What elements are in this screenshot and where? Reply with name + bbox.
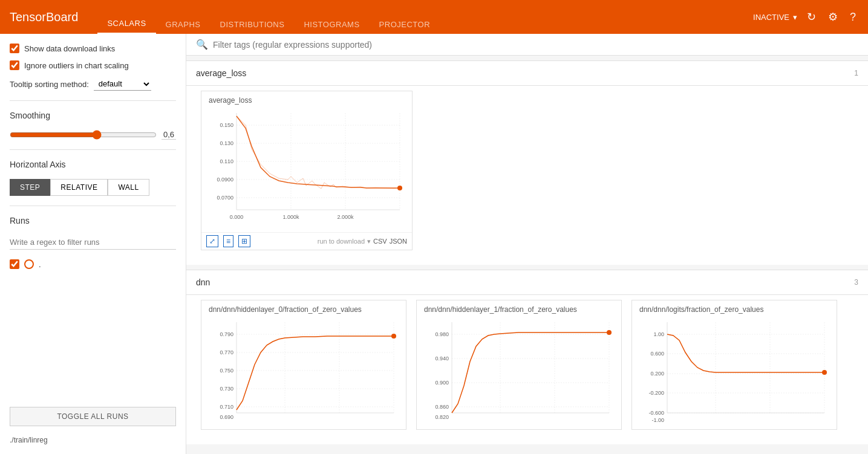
svg-text:0.690: 0.690 (220, 414, 233, 420)
svg-text:0.200: 0.200 (650, 371, 664, 377)
svg-text:0.820: 0.820 (435, 414, 449, 420)
average-loss-chart-title: average_loss (201, 91, 412, 107)
show-download-label: Show data download links (24, 44, 115, 53)
nav-histograms[interactable]: HISTOGRAMS (294, 0, 369, 34)
ignore-outliers-row: Ignore outliers in chart scaling (10, 60, 176, 70)
svg-point-50 (607, 330, 612, 335)
run-row: . (10, 259, 176, 269)
run-path: ./train/linreg (10, 436, 176, 444)
dropdown-icon[interactable]: ▾ (367, 238, 371, 245)
dnn-chart-2-title: dnn/dnn/logits/fraction_of_zero_values (632, 300, 837, 316)
svg-text:-0.200: -0.200 (648, 390, 664, 396)
main-layout: Show data download links Ignore outliers… (0, 34, 868, 454)
top-nav: SCALARS GRAPHS DISTRIBUTIONS HISTOGRAMS … (97, 0, 753, 34)
svg-text:1.00: 1.00 (653, 331, 664, 337)
divider-2 (10, 149, 176, 150)
run-dot-label: . (39, 260, 41, 269)
axis-relative-button[interactable]: RELATIVE (50, 179, 108, 196)
average-loss-chart-card: average_loss (201, 91, 413, 250)
main-content: 🔍 average_loss 1 average_loss (186, 34, 868, 454)
status-badge: INACTIVE ▾ (753, 13, 797, 22)
help-button[interactable]: ? (847, 8, 858, 26)
search-bar: 🔍 (186, 34, 868, 56)
svg-text:0.0900: 0.0900 (217, 177, 233, 183)
dnn-count: 3 (854, 278, 858, 287)
runs-label: Runs (10, 216, 176, 225)
axis-buttons: STEP RELATIVE WALL (10, 179, 176, 196)
chevron-down-icon[interactable]: ▾ (793, 13, 797, 22)
smoothing-value: 0,6 (162, 130, 176, 140)
show-download-checkbox[interactable] (10, 44, 19, 53)
svg-text:0.940: 0.940 (435, 355, 449, 362)
svg-text:0.860: 0.860 (435, 404, 449, 410)
svg-text:0.0700: 0.0700 (217, 195, 233, 201)
tooltip-row: Tooltip sorting method: default descendi… (10, 77, 176, 91)
dnn-chart-0-svg-area: 0.790 0.770 0.750 0.730 0.710 0.690 (201, 316, 406, 429)
svg-text:0.750: 0.750 (220, 368, 233, 374)
download-area: run to download ▾ CSV JSON (318, 238, 407, 245)
topbar-right: INACTIVE ▾ ↻ ⚙ ? (753, 8, 858, 26)
horizontal-axis-label: Horizontal Axis (10, 160, 176, 169)
json-link[interactable]: JSON (390, 238, 407, 245)
ignore-outliers-checkbox[interactable] (10, 60, 19, 70)
csv-link[interactable]: CSV (373, 238, 387, 245)
dnn-chart-1-title: dnn/dnn/hiddenlayer_1/fraction_of_zero_v… (417, 300, 621, 316)
runs-filter-input[interactable] (10, 235, 176, 250)
tooltip-label: Tooltip sorting method: (10, 80, 89, 89)
svg-text:0.600: 0.600 (650, 351, 664, 357)
expand-button[interactable]: ⤢ (206, 235, 218, 247)
svg-text:0.130: 0.130 (220, 140, 233, 146)
dnn-chart-1-svg: 0.980 0.940 0.900 0.860 0.820 (422, 316, 621, 425)
dnn-chart-1: dnn/dnn/hiddenlayer_1/fraction_of_zero_v… (416, 300, 622, 430)
download-label: run to download (318, 238, 365, 245)
svg-text:0.730: 0.730 (220, 386, 233, 392)
svg-text:0.790: 0.790 (220, 331, 233, 337)
svg-text:-0.600: -0.600 (648, 410, 664, 416)
average-loss-count: 1 (854, 69, 858, 77)
run-checkbox[interactable] (10, 259, 19, 269)
data-button[interactable]: ≡ (223, 235, 233, 247)
axis-wall-button[interactable]: WALL (108, 179, 149, 196)
sidebar: Show data download links Ignore outliers… (0, 34, 186, 454)
svg-text:0.000: 0.000 (230, 214, 244, 220)
smoothing-slider[interactable] (10, 130, 157, 140)
svg-point-67 (822, 370, 827, 375)
dnn-section-header: dnn 3 (186, 270, 868, 295)
divider-3 (10, 206, 176, 206)
average-loss-svg: 0.150 0.130 0.110 0.0900 0.0700 0.000 1.… (206, 107, 412, 228)
average-loss-svg-area: 0.150 0.130 0.110 0.0900 0.0700 0.000 1.… (201, 107, 412, 232)
smoothing-row: 0,6 (10, 130, 176, 140)
svg-text:0.770: 0.770 (220, 349, 233, 355)
dnn-chart-2-svg-area: 1.00 0.600 0.200 -0.200 -0.600 -1.00 (632, 316, 837, 429)
dnn-chart-2: dnn/dnn/logits/fraction_of_zero_values (631, 300, 837, 430)
toggle-all-button[interactable]: TOGGLE ALL RUNS (10, 407, 176, 426)
dnn-chart-0: dnn/dnn/hiddenlayer_0/fraction_of_zero_v… (201, 300, 406, 430)
search-input[interactable] (213, 40, 858, 50)
dnn-chart-1-svg-area: 0.980 0.940 0.900 0.860 0.820 (417, 316, 621, 429)
svg-text:1.000k: 1.000k (282, 214, 299, 220)
svg-text:0.710: 0.710 (220, 404, 233, 410)
average-loss-chart-toolbar: ⤢ ≡ ⊞ run to download ▾ CSV JSON (201, 232, 412, 250)
dnn-chart-0-title: dnn/dnn/hiddenlayer_0/fraction_of_zero_v… (201, 300, 406, 316)
topbar: TensorBoard SCALARS GRAPHS DISTRIBUTIONS… (0, 0, 868, 34)
svg-point-35 (391, 334, 396, 339)
nav-graphs[interactable]: GRAPHS (156, 0, 210, 34)
average-loss-section-header: average_loss 1 (186, 60, 868, 86)
app-logo: TensorBoard (10, 10, 78, 24)
svg-text:0.900: 0.900 (435, 380, 449, 386)
settings-button[interactable]: ⚙ (826, 8, 840, 26)
axis-step-button[interactable]: STEP (10, 179, 50, 196)
zoom-button[interactable]: ⊞ (238, 235, 250, 247)
search-icon: 🔍 (196, 39, 208, 50)
svg-point-18 (397, 186, 402, 190)
nav-projector[interactable]: PROJECTOR (370, 0, 440, 34)
svg-text:0.150: 0.150 (220, 122, 233, 128)
nav-distributions[interactable]: DISTRIBUTIONS (210, 0, 295, 34)
nav-scalars[interactable]: SCALARS (97, 0, 155, 34)
dnn-title: dnn (196, 277, 210, 287)
svg-text:0.110: 0.110 (220, 158, 233, 164)
svg-text:0.980: 0.980 (435, 331, 449, 337)
dnn-chart-2-svg: 1.00 0.600 0.200 -0.200 -0.600 -1.00 (637, 316, 837, 425)
tooltip-select[interactable]: default descending ascending nearest (94, 77, 151, 91)
refresh-button[interactable]: ↻ (804, 8, 818, 26)
